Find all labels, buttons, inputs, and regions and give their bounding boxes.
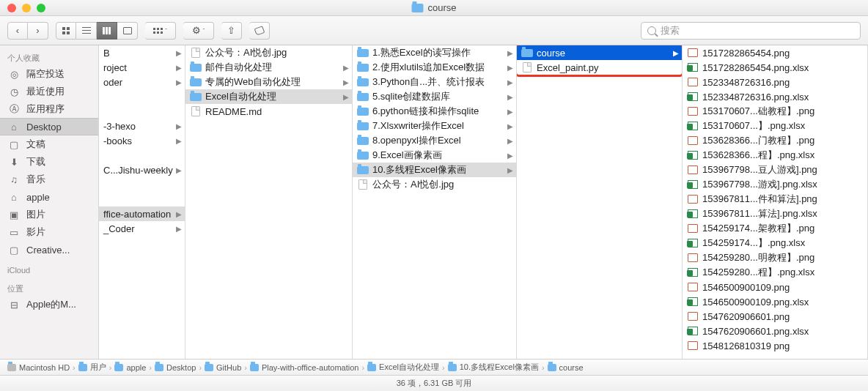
forward-button[interactable]: › <box>28 22 48 40</box>
list-item[interactable]: 专属的Web自动化处理▶ <box>185 75 352 89</box>
column-view-button[interactable] <box>97 22 117 40</box>
column-4[interactable]: 1517282865454.png1517282865454.png.xlsx1… <box>683 45 868 359</box>
path-segment[interactable]: Desktop <box>155 363 196 372</box>
path-segment[interactable]: 10.多线程Excel像素画 <box>448 362 539 373</box>
list-item[interactable]: 153967811...算法].png.xlsx <box>683 206 867 221</box>
list-item[interactable]: 公众号：AI悦创.jpg <box>353 177 516 192</box>
path-bar[interactable]: Macintosh HD›用户›apple›Desktop›GitHub›Pla… <box>0 359 868 375</box>
list-item[interactable]: 1517282865454.png.xlsx <box>683 60 867 75</box>
list-item[interactable]: 1548126810319 png <box>683 338 867 353</box>
sidebar-item-apple的m...[interactable]: ⊟Apple的M... <box>0 296 98 313</box>
list-item[interactable]: oder▶ <box>99 75 185 89</box>
list-item[interactable]: ffice-automation▶ <box>99 206 185 221</box>
path-segment[interactable]: 用户 <box>78 362 106 373</box>
icon-view-button[interactable] <box>56 22 76 40</box>
list-item[interactable]: 2.使用xlutils追加Excel数据▶ <box>353 60 516 75</box>
list-item[interactable]: Excel自动化处理▶ <box>185 89 352 104</box>
image-file-icon <box>687 340 699 351</box>
list-item[interactable]: 1523348726316.png.xlsx <box>683 89 867 104</box>
list-item[interactable] <box>99 89 185 104</box>
gallery-view-button[interactable] <box>117 22 138 40</box>
group-by-button[interactable]: ˇ <box>145 22 176 40</box>
sidebar-item-下载[interactable]: ⬇下载 <box>0 153 98 171</box>
list-item[interactable]: 154259174...】.png.xlsx <box>683 236 867 250</box>
list-item[interactable]: 5.sqlite创建数据库▶ <box>353 89 516 104</box>
list-item[interactable]: 1523348726316.png <box>683 75 867 89</box>
list-item[interactable] <box>99 192 185 206</box>
close-window-button[interactable] <box>7 4 16 12</box>
list-item[interactable]: 1517282865454.png <box>683 45 867 60</box>
sidebar-item-影片[interactable]: ▭影片 <box>0 223 98 241</box>
search-field[interactable]: 搜索 <box>641 22 861 40</box>
list-item[interactable]: 邮件自动化处理▶ <box>185 60 352 75</box>
list-item[interactable]: 9.Excel画像素画▶ <box>353 148 516 163</box>
list-item[interactable]: 8.openpyxl操作Excel▶ <box>353 133 516 148</box>
item-label: C...Jishu-weekly <box>103 165 173 176</box>
list-view-button[interactable] <box>76 22 97 40</box>
list-item[interactable]: 1546500900109.png.xlsx <box>683 294 867 309</box>
list-item[interactable]: _Coder▶ <box>99 221 185 236</box>
folder-icon <box>357 121 369 131</box>
list-item[interactable]: 153967811...件和算法].png <box>683 192 867 206</box>
list-item[interactable]: roject▶ <box>99 60 185 75</box>
minimize-window-button[interactable] <box>22 4 31 12</box>
list-item[interactable]: B▶ <box>99 45 185 60</box>
column-0[interactable]: B▶roject▶oder▶-3-hexo▶-books▶C...Jishu-w… <box>99 45 185 359</box>
path-segment[interactable]: apple <box>114 363 146 372</box>
path-segment[interactable]: course <box>548 363 584 372</box>
list-item[interactable]: 1546500900109.png <box>683 280 867 294</box>
list-item[interactable]: 3.Python自...并、统计报表▶ <box>353 75 516 89</box>
list-item[interactable]: 153170607...】.png.xlsx <box>683 119 867 133</box>
list-item[interactable]: -3-hexo▶ <box>99 119 185 133</box>
sidebar-item-应用程序[interactable]: Ⓐ应用程序 <box>0 100 98 118</box>
list-item[interactable]: 1547620906601.png.xlsx <box>683 324 867 338</box>
share-button[interactable] <box>221 22 242 40</box>
list-item[interactable]: 154259280...明教程】.png <box>683 250 867 265</box>
list-item[interactable]: 153967798...游戏].png.xlsx <box>683 177 867 192</box>
item-label: 153967811...算法].png.xlsx <box>702 207 817 220</box>
column-3[interactable]: course▶Excel_paint.py <box>517 45 683 359</box>
folder-icon <box>357 62 369 72</box>
path-separator: › <box>73 363 76 372</box>
maximize-window-button[interactable] <box>37 4 45 12</box>
path-segment[interactable]: Macintosh HD <box>7 363 70 372</box>
list-item[interactable]: 1547620906601.png <box>683 309 867 324</box>
list-item[interactable]: 1.熟悉Excel的读写操作▶ <box>353 45 516 60</box>
list-item[interactable]: 7.Xlsxwriter操作Excel▶ <box>353 119 516 133</box>
list-item[interactable] <box>99 177 185 192</box>
back-button[interactable]: ‹ <box>7 22 28 40</box>
path-segment[interactable]: Excel自动化处理 <box>367 362 439 373</box>
tags-button[interactable] <box>249 22 270 40</box>
list-item[interactable]: course▶ <box>517 45 682 60</box>
list-item[interactable]: README.md <box>185 104 352 119</box>
list-item[interactable]: 153967798...豆人游戏].png <box>683 163 867 177</box>
column-2[interactable]: 1.熟悉Excel的读写操作▶2.使用xlutils追加Excel数据▶3.Py… <box>353 45 517 359</box>
list-item[interactable]: 153628366...程】.png.xlsx <box>683 148 867 163</box>
column-1[interactable]: 公众号：AI悦创.jpg邮件自动化处理▶专属的Web自动化处理▶Excel自动化… <box>185 45 353 359</box>
list-item[interactable]: 154259280...程】.png.xlsx <box>683 265 867 280</box>
path-label: course <box>559 363 584 372</box>
list-item[interactable] <box>99 104 185 119</box>
item-label: 1523348726316.png.xlsx <box>702 92 809 103</box>
sidebar-item-creative...[interactable]: ▢Creative... <box>0 241 98 258</box>
action-menu-button[interactable]: ˇ <box>183 22 214 40</box>
list-item[interactable]: 公众号：AI悦创.jpg <box>185 45 352 60</box>
sidebar-item-最近使用[interactable]: ◷最近使用 <box>0 83 98 100</box>
sidebar-item-音乐[interactable]: ♫音乐 <box>0 171 98 188</box>
sidebar-item-隔空投送[interactable]: ◎隔空投送 <box>0 65 98 83</box>
list-item[interactable]: 154259174...架教程】.png <box>683 221 867 236</box>
path-segment[interactable]: Play-with-office-automation <box>250 363 358 372</box>
sidebar-item-图片[interactable]: ▣图片 <box>0 206 98 223</box>
list-item[interactable]: Excel_paint.py <box>517 60 682 75</box>
sidebar-item-desktop[interactable]: ⌂Desktop <box>0 118 98 135</box>
path-segment[interactable]: GitHub <box>205 363 241 372</box>
list-item[interactable]: C...Jishu-weekly▶ <box>99 163 185 177</box>
list-item[interactable] <box>99 148 185 163</box>
list-item[interactable]: -books▶ <box>99 133 185 148</box>
sidebar-item-文稿[interactable]: ▢文稿 <box>0 135 98 153</box>
list-item[interactable]: 153628366...门教程】.png <box>683 133 867 148</box>
list-item[interactable]: 10.多线程Excel像素画▶ <box>353 163 516 177</box>
sidebar-item-apple[interactable]: ⌂apple <box>0 188 98 206</box>
list-item[interactable]: 153170607...础教程】.png <box>683 104 867 119</box>
list-item[interactable]: 6.python链接和操作sqlite▶ <box>353 104 516 119</box>
